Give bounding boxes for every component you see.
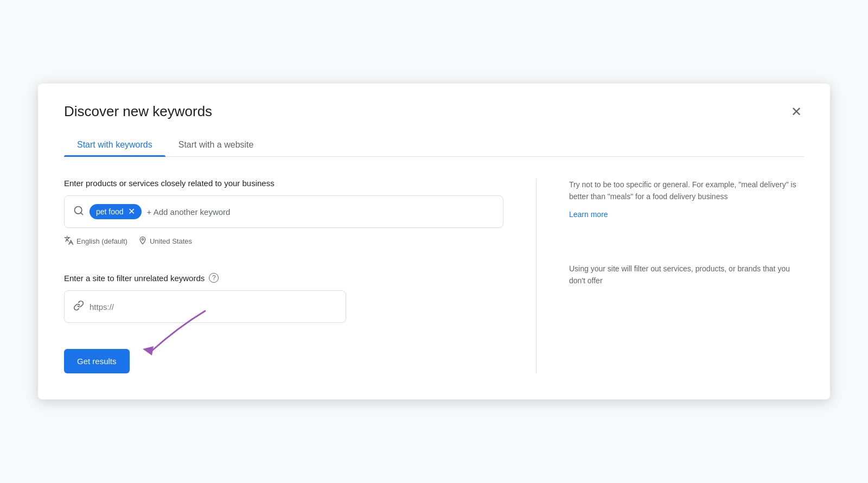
language-label: English (default) [76,237,127,245]
search-icon [73,205,84,219]
chip-label: pet food [96,207,124,216]
tab-start-with-keywords[interactable]: Start with keywords [64,134,165,156]
content-area: Enter products or services closely relat… [64,179,804,373]
link-icon [73,300,84,314]
meta-row: English (default) United States [64,236,503,247]
learn-more-link[interactable]: Learn more [569,210,608,219]
hint-url-text: Using your site will filter out services… [569,263,804,287]
chip-remove-icon: ✕ [128,207,135,216]
url-input-container[interactable] [64,290,346,323]
location-icon [138,236,147,247]
url-input[interactable] [90,302,337,312]
svg-point-2 [142,238,143,240]
discover-keywords-dialog: Discover new keywords ✕ Start with keywo… [38,84,830,399]
dialog-header: Discover new keywords ✕ [64,103,804,120]
tab-bar: Start with keywords Start with a website [64,134,804,157]
hint-keywords-text: Try not to be too specific or general. F… [569,179,804,203]
language-selector[interactable]: English (default) [64,236,127,247]
language-icon [64,236,74,247]
close-icon: ✕ [791,105,802,118]
bottom-section: Get results [64,349,503,373]
keywords-section-label: Enter products or services closely relat… [64,179,503,188]
get-results-button[interactable]: Get results [64,349,130,373]
location-label: United States [150,237,192,245]
location-selector[interactable]: United States [138,236,192,247]
svg-marker-3 [143,346,154,355]
keywords-section: Enter products or services closely relat… [64,179,503,247]
hint-keywords: Try not to be too specific or general. F… [569,179,804,219]
svg-line-1 [81,212,83,214]
help-icon[interactable]: ? [209,273,219,283]
close-button[interactable]: ✕ [789,103,804,120]
right-panel: Try not to be too specific or general. F… [537,179,804,373]
dialog-title: Discover new keywords [64,103,212,120]
tab-start-with-website[interactable]: Start with a website [165,134,267,156]
add-keyword-button[interactable]: + Add another keyword [147,207,231,217]
url-label-row: Enter a site to filter unrelated keyword… [64,273,503,283]
keyword-chip-pet-food: pet food ✕ [90,204,142,219]
url-section: Enter a site to filter unrelated keyword… [64,273,503,323]
url-section-label: Enter a site to filter unrelated keyword… [64,274,205,283]
keyword-input-container[interactable]: pet food ✕ + Add another keyword [64,195,503,228]
hint-url: Using your site will filter out services… [569,263,804,287]
chip-remove-button[interactable]: ✕ [128,207,135,216]
left-panel: Enter products or services closely relat… [64,179,536,373]
